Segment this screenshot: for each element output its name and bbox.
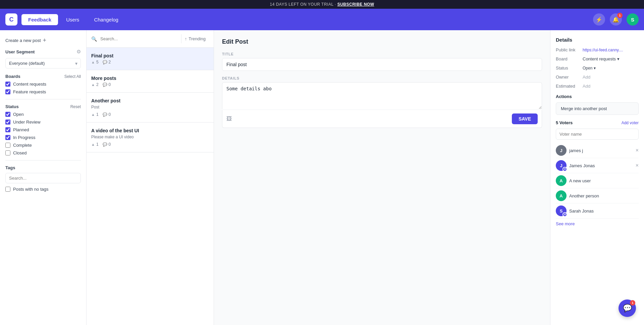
title-input[interactable] xyxy=(222,58,542,71)
subscribe-link[interactable]: SUBSCRIBE NOW xyxy=(337,2,374,7)
status-open-label: Open xyxy=(13,112,24,117)
post-item-2[interactable]: Another post Post ▲ 1 💬 0 xyxy=(87,93,214,123)
voter-name-input[interactable] xyxy=(556,129,639,140)
editor-toolbar: 🖼 SAVE xyxy=(222,110,542,128)
post-list-header: 🔍 ↑ Trending xyxy=(87,30,214,48)
status-value[interactable]: Open ▾ xyxy=(583,66,596,71)
board-feature-requests[interactable]: Feature requests xyxy=(5,89,81,94)
post-item-sub-2: Post xyxy=(91,105,209,109)
status-row: Status Open ▾ xyxy=(556,65,639,71)
chevron-status-icon: ▾ xyxy=(594,66,596,71)
status-closed[interactable]: Closed xyxy=(5,150,81,155)
posts-no-tags-checkbox[interactable] xyxy=(5,187,10,192)
post-item-title-3: A video of the best UI xyxy=(91,128,209,133)
details-field-label: DETAILS xyxy=(222,76,542,80)
status-planned-label: Planned xyxy=(13,127,29,132)
voter-name-0: james j xyxy=(569,148,633,153)
see-more-button[interactable]: See more xyxy=(556,219,575,229)
voters-header: 5 Voters Add voter xyxy=(556,120,639,125)
add-voter-button[interactable]: Add voter xyxy=(622,121,639,125)
notification-button[interactable]: 🔔 1 xyxy=(610,13,622,26)
status-planned-checkbox[interactable] xyxy=(5,127,10,132)
voter-avatar-2: A xyxy=(556,175,567,186)
tags-header: Tags xyxy=(5,165,81,170)
status-complete-checkbox[interactable] xyxy=(5,143,10,148)
status-in-progress[interactable]: In Progress xyxy=(5,135,81,140)
board-feature-requests-checkbox[interactable] xyxy=(5,89,10,94)
trial-bar: 14 DAYS LEFT ON YOUR TRIAL · SUBSCRIBE N… xyxy=(0,0,644,9)
status-under-review-label: Under Review xyxy=(13,120,41,125)
app-logo: C xyxy=(5,13,17,26)
upvote-icon-0: ▲ xyxy=(91,60,95,64)
admin-badge-4 xyxy=(562,212,567,217)
trial-text: 14 DAYS LEFT ON YOUR TRIAL · xyxy=(270,2,337,7)
post-item-3[interactable]: A video of the best UI Please make a UI … xyxy=(87,123,214,152)
status-closed-checkbox[interactable] xyxy=(5,150,10,155)
reset-button[interactable]: Reset xyxy=(70,104,81,109)
user-avatar-button[interactable]: S xyxy=(627,13,639,26)
merge-button[interactable]: Merge into another post xyxy=(556,102,639,115)
owner-add-button[interactable]: Add xyxy=(583,75,590,80)
post-item-0[interactable]: Final post ▲ 5 💬 2 xyxy=(87,48,214,70)
create-new-post-button[interactable]: Create a new post + xyxy=(5,36,81,49)
nav-feedback[interactable]: Feedback xyxy=(21,14,58,25)
board-content-requests[interactable]: Content requests xyxy=(5,82,81,87)
estimated-add-button[interactable]: Add xyxy=(583,84,590,89)
public-link-value[interactable]: https://ui-feed.canny.... xyxy=(583,48,623,52)
status-key-label: Status xyxy=(556,65,580,71)
posts-no-tags[interactable]: Posts with no tags xyxy=(5,187,81,192)
chevron-down-icon: ▾ xyxy=(617,56,620,61)
admin-badge-1 xyxy=(562,167,567,172)
post-item-meta-2: ▲ 1 💬 0 xyxy=(91,112,209,117)
estimated-label: Estimated xyxy=(556,84,580,89)
tags-search-input[interactable] xyxy=(5,173,81,183)
status-under-review[interactable]: Under Review xyxy=(5,120,81,125)
status-list: Open Under Review Planned In Progress Co… xyxy=(5,112,81,155)
select-all-button[interactable]: Select All xyxy=(64,74,81,79)
details-field-group: DETAILS Some details abo 🖼 SAVE xyxy=(222,76,542,128)
user-segment-dropdown-wrap: Everyone (default) ▾ xyxy=(5,58,81,68)
gear-icon[interactable]: ⚙ xyxy=(76,49,81,55)
board-dropdown[interactable]: Content requests ▾ xyxy=(583,56,620,61)
board-content-requests-checkbox[interactable] xyxy=(5,82,10,87)
status-complete[interactable]: Complete xyxy=(5,143,81,148)
title-field-group: TITLE xyxy=(222,52,542,71)
voter-remove-1[interactable]: × xyxy=(636,162,639,169)
status-planned[interactable]: Planned xyxy=(5,127,81,132)
post-votes-1: ▲ 2 xyxy=(91,82,99,87)
post-item-meta-0: ▲ 5 💬 2 xyxy=(91,60,209,64)
details-textarea[interactable]: Some details abo xyxy=(222,82,542,109)
status-open-checkbox[interactable] xyxy=(5,112,10,117)
chat-bubble[interactable]: 💬 1 xyxy=(619,299,636,317)
post-comments-0: 💬 2 xyxy=(103,60,111,64)
nav-users[interactable]: Users xyxy=(59,14,86,25)
post-item-title-2: Another post xyxy=(91,98,209,103)
voter-item-2: A A new user xyxy=(556,173,639,188)
chat-badge: 1 xyxy=(630,300,635,306)
right-panel: Details Public link https://ui-feed.cann… xyxy=(550,30,644,325)
header-right: ⚡ 🔔 1 S xyxy=(593,13,639,26)
post-comments-2: 💬 0 xyxy=(103,112,111,117)
user-segment-select[interactable]: Everyone (default) xyxy=(5,58,81,68)
boards-header: Boards Select All xyxy=(5,74,81,79)
post-comments-3: 💬 0 xyxy=(103,142,111,147)
comment-icon-1: 💬 xyxy=(103,83,107,87)
chat-icon: 💬 xyxy=(623,304,632,313)
board-value: Content requests xyxy=(583,56,616,61)
voter-remove-0[interactable]: × xyxy=(636,147,639,153)
trending-button[interactable]: ↑ Trending xyxy=(181,34,209,43)
nav-changelog[interactable]: Changelog xyxy=(87,14,125,25)
post-item-1[interactable]: More posts ▲ 2 💬 0 xyxy=(87,70,214,93)
status-under-review-checkbox[interactable] xyxy=(5,120,10,125)
status-in-progress-checkbox[interactable] xyxy=(5,135,10,140)
post-votes-2: ▲ 1 xyxy=(91,112,99,117)
comment-icon-0: 💬 xyxy=(103,60,107,64)
tags-label: Tags xyxy=(5,165,15,170)
image-icon[interactable]: 🖼 xyxy=(226,116,232,122)
save-button[interactable]: SAVE xyxy=(512,113,538,124)
lightning-button[interactable]: ⚡ xyxy=(593,13,605,26)
header-nav: Feedback Users Changelog xyxy=(21,14,125,25)
status-open[interactable]: Open xyxy=(5,112,81,117)
main-layout: Create a new post + User Segment ⚙ Every… xyxy=(0,30,644,325)
post-search-input[interactable] xyxy=(100,36,178,41)
